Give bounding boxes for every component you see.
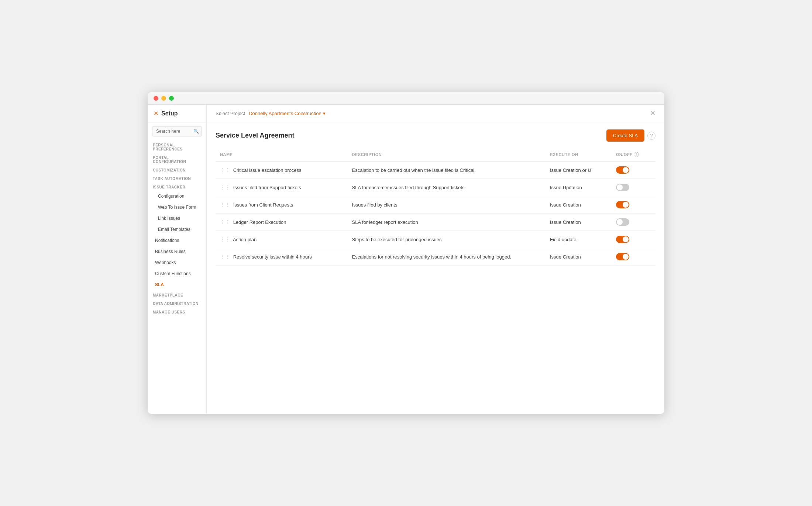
project-name-dropdown[interactable]: Donnelly Apartments Construction ▾ (249, 111, 326, 116)
sla-name-text-2: Issues from Client Requests (233, 202, 293, 208)
th-on-off: ON/OFF ? (612, 149, 656, 161)
sidebar-item-custom-functions[interactable]: Custom Functions (150, 268, 204, 279)
traffic-light-green[interactable] (169, 96, 174, 101)
close-button[interactable]: ✕ (650, 110, 656, 117)
sidebar-section-manage-users: MANAGE USERS (148, 307, 206, 316)
toggle-5[interactable] (616, 253, 629, 260)
sidebar-section-issue-tracker: ISSUE TRACKER (148, 182, 206, 191)
drag-handle-0[interactable]: ⋮⋮ (220, 167, 230, 173)
cell-toggle-4 (612, 231, 656, 248)
topbar: Select Project Donnelly Apartments Const… (207, 105, 664, 122)
traffic-light-red[interactable] (154, 96, 158, 101)
sla-desc-text-3: SLA for ledger report execution (352, 219, 418, 225)
sla-desc-text-2: Issues filed by clients (352, 202, 398, 208)
toggle-1[interactable] (616, 184, 629, 191)
sidebar: ✕ Setup 🔍 PERSONAL PREFERENCES PORTAL CO… (148, 105, 207, 414)
sidebar-item-sla[interactable]: SLA (150, 280, 204, 290)
search-icon: 🔍 (193, 129, 199, 134)
sidebar-section-data-admin: DATA ADMINISTRATION (148, 299, 206, 307)
search-box[interactable]: 🔍 (152, 126, 202, 136)
sla-execute-text-3: Issue Creation (550, 219, 581, 225)
cell-desc-2: Issues filed by clients (348, 196, 546, 214)
toggle-wrap-2 (616, 201, 651, 208)
content-area: Service Level Agreement Create SLA ? NAM… (207, 122, 664, 414)
cell-toggle-0 (612, 161, 656, 179)
sla-desc-text-0: Escalation to be carried out when the is… (352, 167, 476, 173)
sidebar-section-customization: CUSTOMIZATION (148, 165, 206, 174)
dropdown-arrow-icon: ▾ (323, 111, 326, 116)
title-bar (148, 92, 664, 105)
sla-name-text-1: Issues filed from Support tickets (233, 185, 301, 190)
toggle-slider-5 (616, 253, 629, 260)
table-header-row: NAME DESCRIPTION EXECUTE ON ON/OFF (216, 149, 656, 161)
sla-desc-text-4: Steps to be executed for prolonged issue… (352, 237, 442, 242)
sidebar-item-web-to-issue-form[interactable]: Web To Issue Form (150, 202, 204, 212)
drag-handle-3[interactable]: ⋮⋮ (220, 219, 230, 225)
create-sla-button[interactable]: Create SLA (606, 129, 644, 142)
sidebar-item-business-rules[interactable]: Business Rules (150, 246, 204, 257)
main-content: Select Project Donnelly Apartments Const… (207, 105, 664, 414)
page-header: Service Level Agreement Create SLA ? (216, 129, 656, 142)
sla-execute-text-5: Issue Creation (550, 254, 581, 260)
table-row: ⋮⋮ Issues from Client Requests Issues fi… (216, 196, 656, 214)
sla-name-text-4: Action plan (233, 237, 257, 242)
sla-execute-text-4: Field update (550, 237, 577, 242)
cell-desc-5: Escalations for not resolving security i… (348, 248, 546, 266)
table-row: ⋮⋮ Resolve security issue within 4 hours… (216, 248, 656, 266)
toggle-0[interactable] (616, 166, 629, 174)
th-execute-on: EXECUTE ON (546, 149, 612, 161)
sla-desc-text-1: SLA for customer issues filed through Su… (352, 185, 465, 190)
cell-execute-4: Field update (546, 231, 612, 248)
setup-title: Setup (161, 110, 178, 117)
help-icon[interactable]: ? (647, 132, 656, 140)
th-name: NAME (216, 149, 348, 161)
sidebar-item-configuration[interactable]: Configuration (150, 191, 204, 201)
sidebar-item-webhooks[interactable]: Webhooks (150, 257, 204, 268)
toggle-2[interactable] (616, 201, 629, 208)
cell-desc-3: SLA for ledger report execution (348, 214, 546, 231)
sidebar-section-personal: PERSONAL PREFERENCES (148, 140, 206, 153)
sidebar-section-portal: PORTAL CONFIGURATION (148, 153, 206, 165)
sidebar-item-link-issues[interactable]: Link Issues (150, 213, 204, 223)
sla-execute-text-1: Issue Updation (550, 185, 582, 190)
sla-execute-text-2: Issue Creation (550, 202, 581, 208)
toggle-slider-4 (616, 236, 629, 243)
setup-icon: ✕ (154, 110, 158, 117)
project-label: Select Project (216, 111, 245, 116)
table-row: ⋮⋮ Issues filed from Support tickets SLA… (216, 179, 656, 196)
sla-desc-text-5: Escalations for not resolving security i… (352, 254, 511, 260)
toggle-4[interactable] (616, 236, 629, 243)
cell-name-1: ⋮⋮ Issues filed from Support tickets (216, 179, 348, 196)
sidebar-item-email-templates[interactable]: Email Templates (150, 224, 204, 235)
toggle-wrap-3 (616, 218, 651, 226)
sla-table-body: ⋮⋮ Critical issue escalation process Esc… (216, 161, 656, 266)
drag-handle-2[interactable]: ⋮⋮ (220, 202, 230, 208)
on-off-help-icon[interactable]: ? (634, 152, 639, 157)
toggle-wrap-0 (616, 166, 651, 174)
toggle-slider-0 (616, 166, 629, 174)
toggle-wrap-5 (616, 253, 651, 260)
cell-toggle-1 (612, 179, 656, 196)
table-row: ⋮⋮ Ledger Report Execution SLA for ledge… (216, 214, 656, 231)
cell-name-3: ⋮⋮ Ledger Report Execution (216, 214, 348, 231)
sidebar-header: ✕ Setup (148, 105, 206, 122)
toggle-slider-1 (616, 184, 629, 191)
toggle-slider-3 (616, 218, 629, 226)
cell-execute-0: Issue Creation or U (546, 161, 612, 179)
cell-name-0: ⋮⋮ Critical issue escalation process (216, 161, 348, 179)
drag-handle-4[interactable]: ⋮⋮ (220, 236, 230, 242)
sla-name-text-3: Ledger Report Execution (233, 219, 286, 225)
cell-desc-0: Escalation to be carried out when the is… (348, 161, 546, 179)
cell-execute-2: Issue Creation (546, 196, 612, 214)
th-description: DESCRIPTION (348, 149, 546, 161)
project-selector: Select Project Donnelly Apartments Const… (216, 111, 326, 116)
traffic-light-yellow[interactable] (161, 96, 166, 101)
cell-name-4: ⋮⋮ Action plan (216, 231, 348, 248)
drag-handle-1[interactable]: ⋮⋮ (220, 184, 230, 190)
drag-handle-5[interactable]: ⋮⋮ (220, 254, 230, 260)
cell-toggle-3 (612, 214, 656, 231)
sidebar-section-marketplace: MARKETPLACE (148, 290, 206, 299)
toggle-wrap-1 (616, 184, 651, 191)
toggle-3[interactable] (616, 218, 629, 226)
sidebar-item-notifications[interactable]: Notifications (150, 235, 204, 246)
